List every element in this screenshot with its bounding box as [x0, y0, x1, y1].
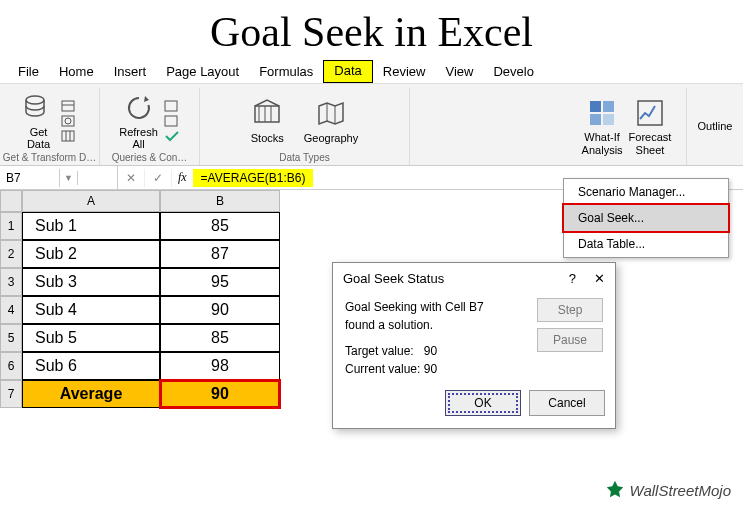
namebox-dropdown-icon[interactable]: ▼: [60, 171, 78, 185]
svg-point-0: [26, 96, 44, 104]
group-label-datatypes: Data Types: [279, 152, 329, 163]
cell-a5[interactable]: Sub 5: [22, 324, 160, 352]
cell-a1[interactable]: Sub 1: [22, 212, 160, 240]
row-header[interactable]: 7: [0, 380, 22, 408]
forecast-label: Forecast Sheet: [629, 131, 672, 155]
current-value: 90: [424, 362, 437, 376]
group-label-transform: Get & Transform D…: [3, 152, 96, 163]
group-label-queries: Queries & Con…: [112, 152, 188, 163]
cell-b4[interactable]: 90: [160, 296, 280, 324]
svg-point-4: [65, 118, 71, 124]
menu-bar: File Home Insert Page Layout Formulas Da…: [0, 60, 743, 84]
row-header[interactable]: 4: [0, 296, 22, 324]
geography-button[interactable]: Geography: [304, 98, 358, 144]
cell-b7[interactable]: 90: [160, 380, 280, 408]
menu-item-data-table[interactable]: Data Table...: [564, 231, 728, 257]
page-title: Goal Seek in Excel: [0, 0, 743, 60]
svg-rect-9: [165, 116, 177, 126]
svg-rect-18: [590, 114, 601, 125]
select-all-corner[interactable]: [0, 190, 22, 212]
dialog-title: Goal Seek Status: [343, 271, 444, 286]
cell-b2[interactable]: 87: [160, 240, 280, 268]
row-header[interactable]: 2: [0, 240, 22, 268]
row-header[interactable]: 3: [0, 268, 22, 296]
stocks-label: Stocks: [251, 132, 284, 144]
menu-insert[interactable]: Insert: [104, 60, 157, 83]
cell-b6[interactable]: 98: [160, 352, 280, 380]
whatif-analysis-button[interactable]: What-If Analysis: [582, 97, 623, 155]
watermark: WallStreetMojo: [604, 479, 731, 501]
cell-a3[interactable]: Sub 3: [22, 268, 160, 296]
whatif-label: What-If Analysis: [582, 131, 623, 155]
menu-data[interactable]: Data: [323, 60, 372, 83]
cell-a2[interactable]: Sub 2: [22, 240, 160, 268]
cancel-formula-icon[interactable]: ✕: [118, 169, 145, 187]
dialog-help-icon[interactable]: ?: [569, 271, 576, 286]
get-data-label: Get Data: [27, 126, 50, 150]
pause-button[interactable]: Pause: [537, 328, 603, 352]
menu-pagelayout[interactable]: Page Layout: [156, 60, 249, 83]
menu-formulas[interactable]: Formulas: [249, 60, 323, 83]
current-value-label: Current value:: [345, 362, 420, 376]
cell-b1[interactable]: 85: [160, 212, 280, 240]
menu-file[interactable]: File: [8, 60, 49, 83]
goal-seek-status-dialog: Goal Seek Status ? ✕ Goal Seeking with C…: [332, 262, 616, 429]
stocks-button[interactable]: Stocks: [251, 98, 284, 144]
ok-button[interactable]: OK: [445, 390, 521, 416]
refresh-label: Refresh All: [119, 126, 158, 150]
forecast-sheet-button[interactable]: Forecast Sheet: [629, 97, 672, 155]
fx-button[interactable]: fx: [172, 168, 193, 187]
watermark-icon: [604, 479, 626, 501]
svg-rect-1: [62, 101, 74, 111]
target-value-label: Target value:: [345, 344, 414, 358]
cell-a7[interactable]: Average: [22, 380, 160, 408]
cell-b5[interactable]: 85: [160, 324, 280, 352]
col-header-a[interactable]: A: [22, 190, 160, 212]
menu-view[interactable]: View: [435, 60, 483, 83]
col-header-b[interactable]: B: [160, 190, 280, 212]
refresh-all-button[interactable]: Refresh All: [119, 92, 158, 150]
menu-developer[interactable]: Develo: [483, 60, 543, 83]
svg-rect-16: [590, 101, 601, 112]
geography-label: Geography: [304, 132, 358, 144]
cell-a4[interactable]: Sub 4: [22, 296, 160, 324]
row-header[interactable]: 5: [0, 324, 22, 352]
ribbon: Get Data Get & Transform D… Refresh All …: [0, 84, 743, 166]
svg-rect-17: [603, 101, 614, 112]
target-value: 90: [424, 344, 437, 358]
queries-small-icons[interactable]: [164, 99, 180, 143]
row-header[interactable]: 6: [0, 352, 22, 380]
watermark-text: WallStreetMojo: [630, 482, 731, 499]
get-data-button[interactable]: Get Data: [23, 92, 55, 150]
whatif-dropdown-menu: Scenario Manager... Goal Seek... Data Ta…: [563, 178, 729, 258]
menu-item-scenario-manager[interactable]: Scenario Manager...: [564, 179, 728, 205]
menu-review[interactable]: Review: [373, 60, 436, 83]
enter-formula-icon[interactable]: ✓: [145, 169, 172, 187]
cell-a6[interactable]: Sub 6: [22, 352, 160, 380]
cancel-button[interactable]: Cancel: [529, 390, 605, 416]
outline-label: Outline: [698, 120, 733, 132]
dialog-msg-line1: Goal Seeking with Cell B7: [345, 298, 527, 316]
svg-rect-19: [603, 114, 614, 125]
dialog-msg-line2: found a solution.: [345, 316, 527, 334]
outline-button[interactable]: Outline: [698, 120, 733, 132]
step-button[interactable]: Step: [537, 298, 603, 322]
name-box[interactable]: B7: [0, 169, 60, 187]
menu-home[interactable]: Home: [49, 60, 104, 83]
dialog-close-icon[interactable]: ✕: [594, 271, 605, 286]
get-data-small-icons[interactable]: [61, 99, 77, 143]
formula-input[interactable]: =AVERAGE(B1:B6): [193, 169, 314, 187]
row-header[interactable]: 1: [0, 212, 22, 240]
menu-item-goal-seek[interactable]: Goal Seek...: [564, 205, 728, 231]
cell-b3[interactable]: 95: [160, 268, 280, 296]
svg-rect-8: [165, 101, 177, 111]
svg-rect-5: [62, 131, 74, 141]
